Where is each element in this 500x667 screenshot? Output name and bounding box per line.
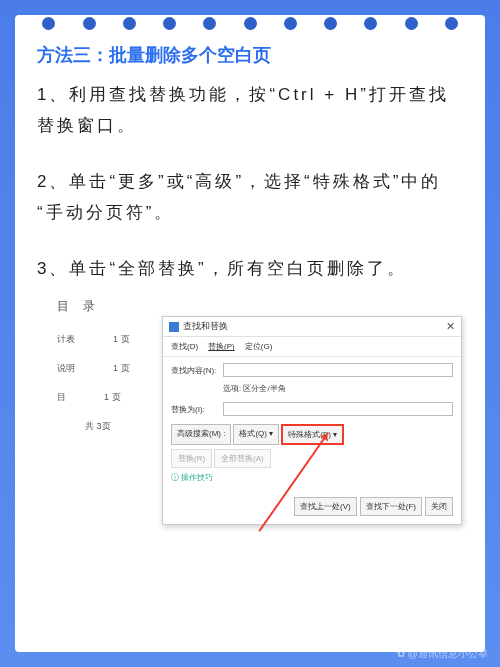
watermark: ✿ @通讯信息小公举 [397, 647, 488, 661]
dialog-tabs: 查找(D) 替换(P) 定位(G) [163, 337, 461, 357]
document-preview: 目录 计表1 页 说明1 页 目1 页 共 3页 [57, 298, 130, 433]
find-prev-button[interactable]: 查找上一处(V) [294, 497, 357, 516]
special-format-button[interactable]: 特殊格式(E) ▾ [281, 424, 344, 445]
close-button[interactable]: 关闭 [425, 497, 453, 516]
step-2: 2、单击“更多”或“高级”，选择“特殊格式”中的“手动分页符”。 [37, 166, 463, 229]
tips-link[interactable]: ⓘ 操作技巧 [171, 472, 453, 483]
doc-total: 共 3页 [85, 420, 130, 433]
embedded-screenshot: 目录 计表1 页 说明1 页 目1 页 共 3页 查找和替换 ✕ 查找(D) 替… [37, 298, 463, 513]
close-icon[interactable]: ✕ [446, 320, 455, 333]
doc-row: 目1 页 [57, 391, 130, 404]
method-title: 方法三：批量删除多个空白页 [37, 43, 463, 67]
step-1: 1、利用查找替换功能，按“Ctrl + H”打开查找替换窗口。 [37, 79, 463, 142]
doc-row: 计表1 页 [57, 333, 130, 346]
replace-one-button[interactable]: 替换(R) [171, 449, 212, 468]
dialog-title-text: 查找和替换 [183, 320, 446, 333]
tab-find[interactable]: 查找(D) [171, 341, 198, 352]
adv-search-button[interactable]: 高级搜索(M) : [171, 424, 231, 445]
step-3: 3、单击“全部替换”，所有空白页删除了。 [37, 253, 463, 284]
paper-card: 方法三：批量删除多个空白页 1、利用查找替换功能，按“Ctrl + H”打开查找… [15, 15, 485, 652]
dialog-titlebar: 查找和替换 ✕ [163, 317, 461, 337]
replace-all-button[interactable]: 全部替换(A) [214, 449, 271, 468]
tab-replace[interactable]: 替换(P) [208, 341, 235, 352]
find-input[interactable] [223, 363, 453, 377]
find-next-button[interactable]: 查找下一处(F) [360, 497, 422, 516]
find-replace-dialog: 查找和替换 ✕ 查找(D) 替换(P) 定位(G) 查找内容(N): 选项: 区… [162, 316, 462, 525]
tab-goto[interactable]: 定位(G) [245, 341, 273, 352]
doc-row: 说明1 页 [57, 362, 130, 375]
find-label: 查找内容(N): [171, 365, 219, 376]
doc-heading: 目录 [57, 298, 130, 315]
format-button[interactable]: 格式(Q) ▾ [233, 424, 279, 445]
dialog-icon [169, 322, 179, 332]
replace-input[interactable] [223, 402, 453, 416]
replace-label: 替换为(I): [171, 404, 219, 415]
